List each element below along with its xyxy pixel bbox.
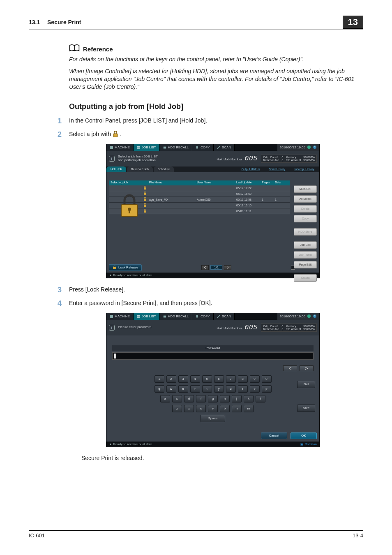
job-table-header: Selecting Job File Name User Name Last U… <box>109 180 290 185</box>
lock-release-button[interactable]: Lock Release <box>109 264 142 271</box>
tab-scan[interactable]: SCAN <box>214 313 235 320</box>
lock-icon <box>142 203 148 208</box>
step-text: Select a job with . <box>69 130 122 139</box>
key-q[interactable]: q <box>154 385 164 393</box>
subtab-reserved-job[interactable]: Reserved Job <box>127 166 153 172</box>
key-k[interactable]: k <box>244 395 254 402</box>
tab-hdd-recall[interactable]: HDD RECALL <box>160 144 193 151</box>
job-ticket-button[interactable]: Job Ticket <box>294 251 317 259</box>
key-m[interactable]: m <box>244 405 254 412</box>
key-9[interactable]: 9 <box>250 375 260 383</box>
tab-machine[interactable]: MACHINE <box>106 144 134 151</box>
key-2[interactable]: 2 <box>166 375 176 383</box>
selected-job-lock-icon <box>119 194 140 218</box>
key-l[interactable]: l <box>256 395 265 402</box>
cancel-button[interactable]: Cancel <box>261 432 287 439</box>
key-p[interactable]: p <box>262 385 272 393</box>
key-n[interactable]: n <box>232 405 242 412</box>
key-z[interactable]: z <box>172 405 182 412</box>
svg-point-20 <box>307 314 311 318</box>
key-1[interactable]: 1 <box>154 375 164 383</box>
status-box: Orig. Count0Memory99.887% Reserve Job0Fi… <box>261 155 317 163</box>
multi-select-button[interactable]: Multi-Sel. <box>294 185 317 193</box>
job-edit-button[interactable]: Job Edit <box>294 241 317 249</box>
key-h[interactable]: h <box>220 395 230 402</box>
key-d[interactable]: d <box>184 395 194 402</box>
lock-icon <box>142 191 148 197</box>
status-box: Orig. Count0Memory99.887% Reserve Job0Fi… <box>261 324 317 332</box>
tab-copy[interactable]: COPY <box>192 313 214 320</box>
key-8[interactable]: 8 <box>238 375 248 383</box>
tab-machine[interactable]: MACHINE <box>106 313 134 320</box>
page-edit-button[interactable]: Page Edit <box>294 261 317 268</box>
key-a[interactable]: a <box>160 395 170 402</box>
key-space[interactable]: Space <box>201 415 225 422</box>
key-f[interactable]: f <box>196 395 206 402</box>
footer-right: 13-4 <box>353 532 363 539</box>
all-select-button[interactable]: All Select <box>294 195 317 203</box>
memory-icon <box>307 145 311 150</box>
svg-rect-17 <box>110 315 113 318</box>
key-s[interactable]: s <box>172 395 182 402</box>
key-4[interactable]: 4 <box>190 375 200 383</box>
password-label: Password <box>112 345 314 351</box>
copy-button[interactable]: Copy <box>294 215 317 222</box>
key-r[interactable]: r <box>190 385 200 393</box>
subtab-output-history[interactable]: Output History <box>238 166 264 172</box>
svg-text:?: ? <box>314 146 316 149</box>
subtab-send-history[interactable]: Send History <box>265 166 289 172</box>
page-indicator: 1/1 <box>210 265 222 270</box>
key-0[interactable]: 0 <box>262 375 272 383</box>
key-o[interactable]: o <box>250 385 260 393</box>
key-shift[interactable]: Shift <box>297 405 315 412</box>
tab-copy[interactable]: COPY <box>192 144 214 151</box>
help-icon[interactable]: ? <box>313 145 317 150</box>
subtab-incomp-history[interactable]: Incomp. History <box>290 166 318 172</box>
hdd-store-button[interactable]: HDD Store <box>294 228 317 236</box>
key-w[interactable]: w <box>166 385 176 393</box>
key-j[interactable]: j <box>232 395 242 402</box>
tab-hdd-recall[interactable]: HDD RECALL <box>160 313 193 320</box>
page-next-button[interactable] <box>224 265 231 270</box>
key-x[interactable]: x <box>184 405 194 412</box>
table-row[interactable]: 05/12 17:22 <box>109 185 290 191</box>
step-number: 1 <box>56 117 62 125</box>
key-del[interactable]: Del <box>297 381 315 388</box>
key-t[interactable]: t <box>202 385 212 393</box>
key-v[interactable]: v <box>208 405 218 412</box>
tab-scan[interactable]: SCAN <box>214 144 235 151</box>
caret-right-button[interactable] <box>300 365 314 371</box>
svg-rect-11 <box>144 205 146 207</box>
key-5[interactable]: 5 <box>202 375 212 383</box>
key-e[interactable]: e <box>178 385 188 393</box>
tab-job-list[interactable]: JOB LIST <box>134 313 160 320</box>
help-icon[interactable]: ? <box>313 314 317 319</box>
key-i[interactable]: i <box>238 385 248 393</box>
reference-icon <box>69 44 80 54</box>
key-c[interactable]: c <box>196 405 206 412</box>
footer-left: IC-601 <box>29 532 45 539</box>
ok-button[interactable]: OK <box>291 432 317 439</box>
key-y[interactable]: y <box>214 385 224 393</box>
panel-instruction: Please enter password <box>118 326 151 329</box>
key-6[interactable]: 6 <box>214 375 224 383</box>
caret-left-button[interactable] <box>283 365 297 371</box>
key-7[interactable]: 7 <box>226 375 236 383</box>
output-button[interactable]: Output <box>294 274 317 282</box>
status-text: ▲ Ready to receive print data <box>109 442 152 446</box>
subtab-hold-job[interactable]: Hold Job <box>106 166 126 172</box>
key-3[interactable]: 3 <box>178 375 188 383</box>
svg-rect-4 <box>196 146 198 148</box>
panel-datetime: 2010/05/12 19:06 ? <box>277 313 319 320</box>
svg-rect-12 <box>144 210 146 213</box>
password-input[interactable] <box>112 352 314 360</box>
key-g[interactable]: g <box>208 395 218 402</box>
key-u[interactable]: u <box>226 385 236 393</box>
svg-rect-10 <box>144 199 146 201</box>
tab-job-list[interactable]: JOB LIST <box>134 144 160 151</box>
subtab-schedule[interactable]: Schedule <box>154 166 174 172</box>
delete-button[interactable]: Delete <box>294 205 317 213</box>
page-prev-button[interactable] <box>201 265 209 270</box>
memory-icon <box>307 314 311 319</box>
key-b[interactable]: b <box>220 405 230 412</box>
